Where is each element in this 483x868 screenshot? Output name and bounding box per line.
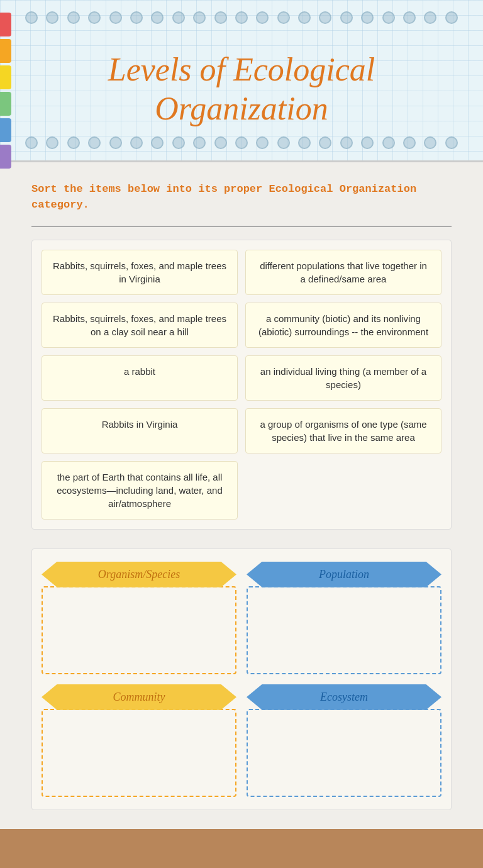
category-label-population: Population bbox=[247, 562, 441, 587]
hole bbox=[172, 11, 185, 24]
hole bbox=[25, 11, 38, 24]
tab-blue bbox=[0, 118, 11, 142]
hole bbox=[361, 136, 374, 149]
hole-punches-bottom bbox=[25, 136, 458, 149]
hole bbox=[172, 136, 185, 149]
hole bbox=[403, 136, 416, 149]
header-section: Levels of Ecological Organization bbox=[0, 0, 483, 162]
hole bbox=[424, 136, 436, 149]
sort-item-6[interactable]: an individual living thing (a member of … bbox=[245, 355, 441, 401]
hole bbox=[46, 136, 58, 149]
hole bbox=[319, 136, 331, 149]
hole bbox=[340, 136, 353, 149]
hole bbox=[88, 136, 101, 149]
hole bbox=[256, 136, 269, 149]
category-label-organism: Organism/Species bbox=[42, 562, 236, 587]
hole bbox=[445, 136, 458, 149]
hole bbox=[235, 136, 248, 149]
drop-area-ecosystem[interactable] bbox=[247, 709, 441, 797]
sort-item-1[interactable]: Rabbits, squirrels, foxes, and maple tre… bbox=[42, 250, 238, 295]
tab-orange bbox=[0, 39, 11, 63]
tab-yellow bbox=[0, 65, 11, 89]
hole bbox=[151, 11, 164, 24]
hole bbox=[298, 136, 311, 149]
hole bbox=[46, 11, 58, 24]
hole bbox=[130, 136, 143, 149]
divider bbox=[31, 226, 452, 227]
hole bbox=[151, 136, 164, 149]
hole bbox=[214, 136, 227, 149]
hole bbox=[25, 136, 38, 149]
hole bbox=[298, 11, 311, 24]
drop-zone-organism: Organism/Species bbox=[42, 562, 236, 674]
sort-item-2[interactable]: different populations that live together… bbox=[245, 250, 441, 295]
hole bbox=[130, 11, 143, 24]
sort-item-8[interactable]: a group of organisms of one type (same s… bbox=[245, 408, 441, 453]
hole bbox=[319, 11, 331, 24]
hole bbox=[340, 11, 353, 24]
drop-zone-community: Community bbox=[42, 684, 236, 797]
hole-punches-top bbox=[25, 11, 458, 24]
tab-purple bbox=[0, 145, 11, 169]
hole bbox=[403, 11, 416, 24]
hole bbox=[67, 11, 80, 24]
drop-zone-ecosystem: Ecosystem bbox=[247, 684, 441, 797]
hole bbox=[67, 136, 80, 149]
sort-grid: Rabbits, squirrels, foxes, and maple tre… bbox=[31, 240, 452, 530]
page-title: Levels of Ecological Organization bbox=[25, 50, 458, 129]
hole bbox=[109, 136, 122, 149]
drop-zones: Organism/Species Population Community Ec… bbox=[31, 548, 452, 810]
hole bbox=[445, 11, 458, 24]
category-label-ecosystem: Ecosystem bbox=[247, 684, 441, 710]
drop-zone-population: Population bbox=[247, 562, 441, 674]
hole bbox=[424, 11, 436, 24]
hole bbox=[277, 11, 290, 24]
main-content: Sort the items below into its proper Eco… bbox=[0, 162, 483, 829]
hole bbox=[109, 11, 122, 24]
hole bbox=[235, 11, 248, 24]
hole bbox=[361, 11, 374, 24]
hole bbox=[214, 11, 227, 24]
drop-area-population[interactable] bbox=[247, 586, 441, 674]
sort-item-9[interactable]: the part of Earth that contains all life… bbox=[42, 461, 238, 520]
hole bbox=[277, 136, 290, 149]
instruction-text: Sort the items below into its proper Eco… bbox=[31, 181, 452, 213]
sort-item-3[interactable]: Rabbits, squirrels, foxes, and maple tre… bbox=[42, 303, 238, 348]
hole bbox=[382, 11, 395, 24]
sort-item-5[interactable]: a rabbit bbox=[42, 355, 238, 401]
hole bbox=[256, 11, 269, 24]
hole bbox=[382, 136, 395, 149]
tab-red bbox=[0, 13, 11, 36]
hole bbox=[88, 11, 101, 24]
drop-area-community[interactable] bbox=[42, 709, 236, 797]
hole bbox=[193, 136, 206, 149]
color-tabs bbox=[0, 13, 11, 169]
category-label-community: Community bbox=[42, 684, 236, 710]
hole bbox=[193, 11, 206, 24]
sort-item-4[interactable]: a community (biotic) and its nonliving (… bbox=[245, 303, 441, 348]
drop-area-organism[interactable] bbox=[42, 586, 236, 674]
tab-green bbox=[0, 92, 11, 116]
sort-item-7[interactable]: Rabbits in Virginia bbox=[42, 408, 238, 453]
